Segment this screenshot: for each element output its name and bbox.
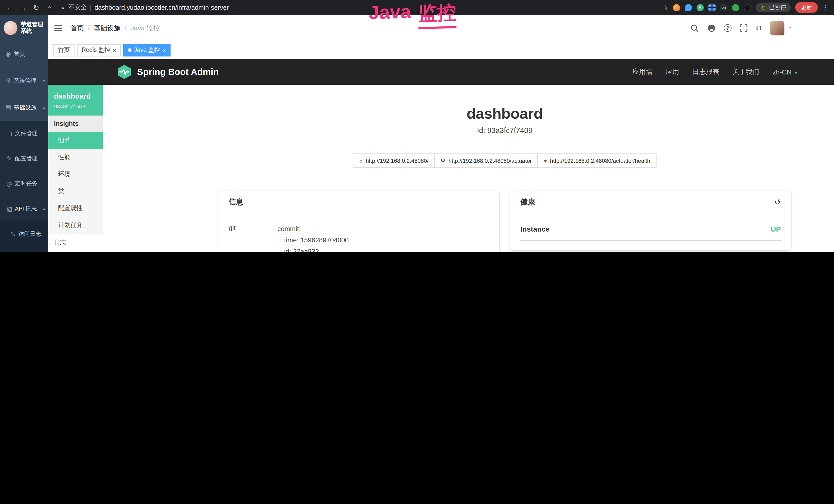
tag-tabs-bar: 首页 Redis 监控 × Java 监控 ×: [48, 41, 834, 59]
sidebar-item-infrastructure[interactable]: ▤ 基础设施 ▴: [0, 94, 48, 121]
health-card-body: Instance UP: [510, 214, 791, 250]
breadcrumb-infrastructure[interactable]: 基础设施: [94, 23, 130, 32]
layers-icon: ▤: [5, 104, 12, 111]
browser-chrome: ← → ↻ ⌂ ▲ 不安全 | dashboard.yudao.iocoder.…: [0, 0, 834, 15]
close-icon[interactable]: ×: [162, 47, 166, 53]
sidebar-item-scheduled-jobs[interactable]: ◷ 定时任务: [0, 171, 48, 196]
profile-sync-paused-badge[interactable]: ☺ 已暂停: [755, 3, 791, 12]
tab-label: Redis 监控: [82, 46, 110, 54]
sidebar-item-home[interactable]: ◉ 首页: [0, 41, 48, 67]
breadcrumb-current: Java 监控: [131, 23, 160, 32]
infrastructure-submenu: ▢ 文件管理 ✎ 配置管理 ◷ 定时任务 ▧ API 日志 ▴ ✎: [0, 121, 48, 252]
menu-item-config-props[interactable]: 配置属性: [48, 200, 103, 217]
info-key: git: [228, 223, 278, 252]
link-url: http://192.168.0.2:48080/actuator/health: [550, 157, 650, 164]
back-icon[interactable]: ←: [5, 3, 14, 12]
home-icon[interactable]: ⌂: [45, 3, 54, 12]
sidebar-item-system-mgmt[interactable]: ⚙ 系统管理 ▾: [0, 67, 48, 94]
font-size-icon[interactable]: tT: [756, 24, 762, 32]
sidebar-item-label: 定时任务: [15, 180, 38, 187]
menu-item-classes[interactable]: 类: [48, 183, 103, 200]
info-value: commit: time: 1596289704000 id: 27aa832 …: [278, 223, 489, 252]
page-title: dashboard: [218, 105, 791, 122]
help-icon[interactable]: ?: [724, 24, 731, 32]
tab-java-monitor-active[interactable]: Java 监控 ×: [123, 44, 171, 56]
reload-icon[interactable]: ↻: [32, 3, 41, 12]
sba-link-applications[interactable]: 应用: [666, 67, 679, 76]
sidebar-item-config-mgmt[interactable]: ✎ 配置管理: [0, 146, 48, 171]
bookmark-star-icon[interactable]: ☆: [662, 4, 668, 11]
sidebar-item-api-logs[interactable]: ▧ API 日志 ▴: [0, 196, 48, 221]
sidebar-logo-row[interactable]: 芋道管理系统: [0, 15, 48, 41]
hamburger-icon[interactable]: [54, 25, 62, 31]
edit-icon: ✎: [6, 155, 13, 162]
sidebar-item-error-logs[interactable]: ✎ 错误日志: [0, 247, 48, 252]
cards-grid: 信息 git commit: time: 1596289704000 id: 2…: [218, 190, 791, 252]
admin-header: 首页 基础设施 Java 监控 ? tT: [48, 15, 834, 41]
sba-side-menu: dashboard 93a3fc7f7409 Insights 细节 性能 环境…: [48, 85, 103, 252]
sba-logo-icon: [117, 64, 132, 79]
sidebar-item-label: 基础设施: [14, 104, 37, 111]
link-url: http://192.168.0.2:48080/actuator: [448, 157, 532, 164]
chrome-update-button[interactable]: 更新: [795, 2, 818, 13]
sba-brand[interactable]: Spring Boot Admin: [117, 64, 219, 79]
chrome-menu-icon[interactable]: ⋮: [822, 4, 829, 11]
log-icon: ▧: [6, 205, 13, 212]
menu-item-loggers[interactable]: 日志: [48, 234, 103, 252]
instance-id-line: Id: 93a3fc7f7409: [218, 126, 791, 135]
locale-selector[interactable]: zh-CN ▾: [773, 68, 797, 76]
sidebar-item-access-logs[interactable]: ✎ 访问日志: [0, 221, 48, 247]
menu-item-details[interactable]: 细节: [48, 132, 103, 149]
instance-name: dashboard: [54, 92, 97, 100]
sba-navbar: Spring Boot Admin 应用墙 应用 日志报表 关于我们 zh-CN…: [48, 59, 834, 85]
health-instance-label[interactable]: Instance: [520, 225, 550, 233]
sidebar-item-label: 访问日志: [19, 230, 41, 238]
sba-link-journal[interactable]: 日志报表: [693, 67, 719, 76]
instance-link-home[interactable]: ⌂ http://192.168.0.2:48080/: [353, 153, 435, 168]
profile-sync-paused-label: 已暂停: [769, 4, 786, 11]
tab-redis-monitor[interactable]: Redis 监控 ×: [77, 44, 121, 56]
extension-icon-green[interactable]: [732, 4, 739, 11]
health-card: 健康 ↺ Instance UP: [510, 190, 791, 250]
sba-link-wallboard[interactable]: 应用墙: [632, 67, 652, 76]
tab-home[interactable]: 首页: [53, 44, 74, 56]
address-bar[interactable]: ▲ 不安全 | dashboard.yudao.iocoder.cn/infra…: [61, 3, 229, 12]
breadcrumb: 首页 基础设施 Java 监控: [70, 23, 160, 32]
history-icon[interactable]: ↺: [774, 198, 781, 207]
app-title: 芋道管理系统: [21, 21, 45, 35]
menu-item-jvm[interactable]: JVM: [48, 252, 103, 252]
extension-icon-dark[interactable]: [744, 4, 751, 11]
forward-icon[interactable]: →: [19, 3, 27, 12]
close-icon[interactable]: ×: [113, 47, 116, 53]
extension-icon-vue[interactable]: V: [696, 4, 704, 11]
git-time-line: time: 1596289704000: [278, 235, 489, 246]
instance-link-actuator[interactable]: ⚙ http://192.168.0.2:48080/actuator: [434, 153, 538, 168]
fullscreen-icon[interactable]: [739, 23, 748, 32]
tab-label: Java 监控: [134, 46, 160, 54]
tab-label: 首页: [58, 46, 70, 54]
extension-icon-pin[interactable]: [684, 4, 692, 11]
extension-icon-grid[interactable]: [708, 4, 715, 11]
security-label: 不安全: [68, 3, 87, 12]
sba-content: dashboard Id: 93a3fc7f7409 ⌂ http://192.…: [103, 85, 834, 252]
menu-item-metrics[interactable]: 性能: [48, 149, 103, 166]
file-icon: ▢: [6, 130, 13, 137]
user-avatar[interactable]: [770, 21, 785, 35]
admin-sidebar: 芋道管理系统 ◉ 首页 ⚙ 系统管理 ▾ ▤ 基础设施 ▴ ▢ 文件管理: [0, 15, 48, 252]
info-card: 信息 git commit: time: 1596289704000 id: 2…: [218, 190, 499, 252]
extension-icon-orange[interactable]: [673, 4, 680, 11]
breadcrumb-home[interactable]: 首页: [70, 23, 94, 32]
chrome-right-cluster: ☆ V on ☺ 已暂停 更新 ⋮: [662, 2, 829, 13]
sba-instance-header[interactable]: dashboard 93a3fc7f7409: [48, 85, 103, 116]
menu-item-scheduled-tasks[interactable]: 计划任务: [48, 217, 103, 234]
menu-item-environment[interactable]: 环境: [48, 166, 103, 183]
chevron-down-icon: ▾: [795, 70, 797, 75]
extension-icon-proxy-on[interactable]: on: [720, 4, 727, 11]
main-column: 首页 基础设施 Java 监控 ? tT: [48, 15, 834, 252]
search-icon[interactable]: [690, 23, 699, 32]
instance-link-health[interactable]: ♥ http://192.168.0.2:48080/actuator/heal…: [537, 153, 656, 168]
sba-link-about[interactable]: 关于我们: [732, 67, 759, 76]
github-icon[interactable]: [707, 23, 716, 32]
sidebar-item-file-mgmt[interactable]: ▢ 文件管理: [0, 121, 48, 146]
wrench-icon: ⚙: [440, 157, 445, 164]
